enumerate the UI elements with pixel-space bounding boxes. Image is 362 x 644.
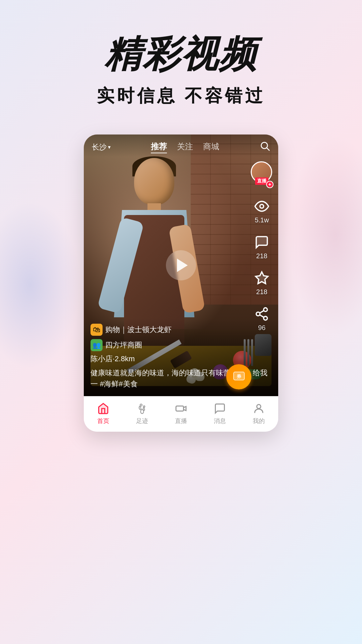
nav-live-label: 直播 — [175, 417, 187, 425]
side-actions: 直播 + 5.1w 218 — [251, 161, 273, 332]
svg-marker-3 — [256, 272, 268, 284]
tab-follow[interactable]: 关注 — [177, 141, 193, 153]
svg-point-14 — [257, 405, 261, 409]
video-container: 长沙 ▾ 推荐 关注 商城 — [84, 135, 278, 396]
eye-icon — [253, 198, 270, 215]
bg-blob-right — [288, 134, 362, 335]
svg-point-2 — [260, 205, 264, 208]
community-label: 四方坪商圈 — [105, 340, 142, 350]
bottom-nav: 首页 足迹 直播 — [84, 396, 278, 432]
hero-section: 精彩视频 实时信息 不容错过 — [0, 0, 362, 108]
comments-action[interactable]: 218 — [253, 233, 270, 260]
likes-count: 218 — [256, 288, 267, 296]
location-tag[interactable]: 长沙 ▾ — [92, 142, 111, 152]
home-icon — [97, 402, 110, 415]
video-bottom-info: 🛍 购物｜波士顿大龙虾 👥 四方坪商圈 陈小店·2.8km 健康味道就是海的味道… — [84, 318, 278, 396]
svg-line-8 — [260, 311, 264, 313]
head — [134, 158, 174, 205]
shopping-label: 购物｜波士顿大龙虾 — [105, 325, 172, 335]
views-count: 5.1w — [255, 216, 269, 224]
svg-point-4 — [264, 308, 267, 312]
views-action: 5.1w — [253, 198, 270, 224]
nav-profile[interactable]: 我的 — [245, 402, 272, 425]
likes-action[interactable]: 218 — [253, 269, 270, 296]
coupon-text: 券 — [232, 369, 246, 384]
message-icon — [213, 402, 227, 415]
nav-live[interactable]: 直播 — [168, 402, 194, 425]
live-icon — [174, 402, 188, 415]
location-row[interactable]: 👥 四方坪商圈 — [90, 339, 272, 351]
nav-footprint[interactable]: 足迹 — [129, 402, 156, 425]
store-info: 陈小店·2.8km — [90, 354, 272, 364]
nav-home-label: 首页 — [97, 417, 109, 425]
search-button[interactable] — [259, 141, 270, 154]
play-icon — [177, 259, 188, 272]
shopping-tag[interactable]: 🛍 购物｜波士顿大龙虾 — [90, 324, 272, 336]
star-icon — [253, 269, 270, 287]
community-icon: 👥 — [90, 339, 103, 351]
location-text: 长沙 — [92, 142, 107, 152]
comments-count: 218 — [256, 252, 267, 260]
chevron-down-icon: ▾ — [108, 144, 111, 150]
nav-message-label: 消息 — [214, 417, 226, 425]
svg-line-1 — [267, 148, 269, 150]
svg-text:券: 券 — [236, 374, 242, 379]
nav-message[interactable]: 消息 — [206, 402, 233, 425]
hero-subtitle: 实时信息 不容错过 — [0, 84, 362, 108]
chat-icon — [253, 233, 270, 251]
tab-recommend[interactable]: 推荐 — [151, 141, 167, 153]
nav-home[interactable]: 首页 — [90, 402, 117, 425]
svg-line-7 — [260, 315, 264, 317]
video-nav-tabs: 推荐 关注 商城 — [151, 141, 219, 153]
profile-icon — [252, 402, 265, 415]
hero-title: 精彩视频 — [0, 34, 362, 74]
coupon-button[interactable]: 券 — [226, 364, 251, 389]
svg-rect-13 — [176, 406, 184, 411]
play-button[interactable] — [166, 250, 196, 280]
nav-profile-label: 我的 — [253, 417, 265, 425]
tab-mall[interactable]: 商城 — [203, 141, 219, 153]
video-header: 长沙 ▾ 推荐 关注 商城 — [84, 135, 278, 157]
shopping-icon: 🛍 — [90, 324, 103, 336]
bg-blob-left — [0, 201, 80, 369]
follow-plus-icon[interactable]: + — [266, 181, 274, 188]
nav-footprint-label: 足迹 — [136, 417, 148, 425]
svg-point-5 — [256, 312, 260, 316]
svg-point-12 — [143, 406, 145, 408]
phone-mockup: 长沙 ▾ 推荐 关注 商城 — [84, 135, 278, 432]
footprint-icon — [135, 402, 149, 415]
avatar-container[interactable]: 直播 + — [251, 161, 273, 188]
